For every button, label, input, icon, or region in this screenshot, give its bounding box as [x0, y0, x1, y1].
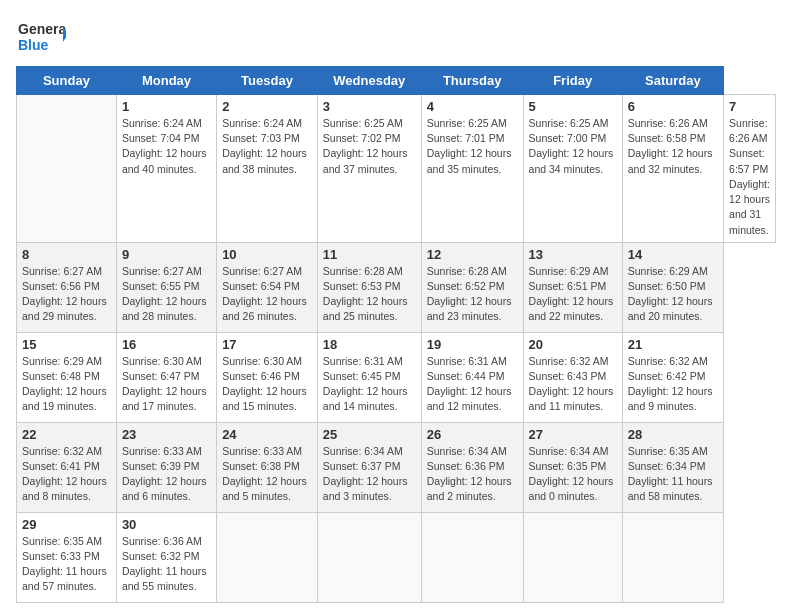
calendar-cell: 26Sunrise: 6:34 AMSunset: 6:36 PMDayligh…	[421, 422, 523, 512]
day-number: 15	[22, 337, 111, 352]
day-info: Sunrise: 6:34 AMSunset: 6:37 PMDaylight:…	[323, 444, 416, 505]
calendar-cell: 5Sunrise: 6:25 AMSunset: 7:00 PMDaylight…	[523, 95, 622, 243]
day-number: 23	[122, 427, 211, 442]
day-number: 14	[628, 247, 718, 262]
day-info: Sunrise: 6:33 AMSunset: 6:38 PMDaylight:…	[222, 444, 312, 505]
calendar-table: SundayMondayTuesdayWednesdayThursdayFrid…	[16, 66, 776, 603]
calendar-cell	[622, 512, 723, 602]
calendar-cell	[17, 95, 117, 243]
day-info: Sunrise: 6:27 AMSunset: 6:54 PMDaylight:…	[222, 264, 312, 325]
day-header-tuesday: Tuesday	[217, 67, 318, 95]
day-info: Sunrise: 6:27 AMSunset: 6:55 PMDaylight:…	[122, 264, 211, 325]
day-info: Sunrise: 6:34 AMSunset: 6:35 PMDaylight:…	[529, 444, 617, 505]
day-number: 10	[222, 247, 312, 262]
day-number: 13	[529, 247, 617, 262]
calendar-cell: 30Sunrise: 6:36 AMSunset: 6:32 PMDayligh…	[116, 512, 216, 602]
day-number: 30	[122, 517, 211, 532]
calendar-cell: 14Sunrise: 6:29 AMSunset: 6:50 PMDayligh…	[622, 242, 723, 332]
day-info: Sunrise: 6:35 AMSunset: 6:34 PMDaylight:…	[628, 444, 718, 505]
day-number: 4	[427, 99, 518, 114]
day-info: Sunrise: 6:29 AMSunset: 6:48 PMDaylight:…	[22, 354, 111, 415]
day-header-saturday: Saturday	[622, 67, 723, 95]
calendar-cell: 23Sunrise: 6:33 AMSunset: 6:39 PMDayligh…	[116, 422, 216, 512]
calendar-cell: 3Sunrise: 6:25 AMSunset: 7:02 PMDaylight…	[317, 95, 421, 243]
calendar-cell: 24Sunrise: 6:33 AMSunset: 6:38 PMDayligh…	[217, 422, 318, 512]
calendar-cell: 10Sunrise: 6:27 AMSunset: 6:54 PMDayligh…	[217, 242, 318, 332]
calendar-cell: 29Sunrise: 6:35 AMSunset: 6:33 PMDayligh…	[17, 512, 117, 602]
day-info: Sunrise: 6:31 AMSunset: 6:44 PMDaylight:…	[427, 354, 518, 415]
day-info: Sunrise: 6:25 AMSunset: 7:00 PMDaylight:…	[529, 116, 617, 177]
calendar-cell: 4Sunrise: 6:25 AMSunset: 7:01 PMDaylight…	[421, 95, 523, 243]
day-info: Sunrise: 6:30 AMSunset: 6:46 PMDaylight:…	[222, 354, 312, 415]
day-info: Sunrise: 6:33 AMSunset: 6:39 PMDaylight:…	[122, 444, 211, 505]
svg-text:General: General	[18, 21, 66, 37]
day-header-monday: Monday	[116, 67, 216, 95]
calendar-cell	[317, 512, 421, 602]
calendar-week-row: 8Sunrise: 6:27 AMSunset: 6:56 PMDaylight…	[17, 242, 776, 332]
day-number: 2	[222, 99, 312, 114]
day-info: Sunrise: 6:25 AMSunset: 7:02 PMDaylight:…	[323, 116, 416, 177]
calendar-cell	[421, 512, 523, 602]
day-number: 22	[22, 427, 111, 442]
calendar-week-row: 1Sunrise: 6:24 AMSunset: 7:04 PMDaylight…	[17, 95, 776, 243]
day-info: Sunrise: 6:27 AMSunset: 6:56 PMDaylight:…	[22, 264, 111, 325]
day-number: 19	[427, 337, 518, 352]
calendar-cell: 9Sunrise: 6:27 AMSunset: 6:55 PMDaylight…	[116, 242, 216, 332]
calendar-week-row: 29Sunrise: 6:35 AMSunset: 6:33 PMDayligh…	[17, 512, 776, 602]
day-info: Sunrise: 6:34 AMSunset: 6:36 PMDaylight:…	[427, 444, 518, 505]
day-number: 6	[628, 99, 718, 114]
day-number: 16	[122, 337, 211, 352]
day-number: 8	[22, 247, 111, 262]
calendar-week-row: 22Sunrise: 6:32 AMSunset: 6:41 PMDayligh…	[17, 422, 776, 512]
calendar-cell: 22Sunrise: 6:32 AMSunset: 6:41 PMDayligh…	[17, 422, 117, 512]
day-number: 12	[427, 247, 518, 262]
calendar-cell	[523, 512, 622, 602]
day-number: 25	[323, 427, 416, 442]
day-number: 5	[529, 99, 617, 114]
calendar-cell: 6Sunrise: 6:26 AMSunset: 6:58 PMDaylight…	[622, 95, 723, 243]
calendar-week-row: 15Sunrise: 6:29 AMSunset: 6:48 PMDayligh…	[17, 332, 776, 422]
day-header-sunday: Sunday	[17, 67, 117, 95]
day-info: Sunrise: 6:32 AMSunset: 6:43 PMDaylight:…	[529, 354, 617, 415]
day-info: Sunrise: 6:24 AMSunset: 7:04 PMDaylight:…	[122, 116, 211, 177]
calendar-cell: 2Sunrise: 6:24 AMSunset: 7:03 PMDaylight…	[217, 95, 318, 243]
day-info: Sunrise: 6:32 AMSunset: 6:41 PMDaylight:…	[22, 444, 111, 505]
svg-text:Blue: Blue	[18, 37, 49, 53]
day-info: Sunrise: 6:24 AMSunset: 7:03 PMDaylight:…	[222, 116, 312, 177]
calendar-cell: 25Sunrise: 6:34 AMSunset: 6:37 PMDayligh…	[317, 422, 421, 512]
day-info: Sunrise: 6:36 AMSunset: 6:32 PMDaylight:…	[122, 534, 211, 595]
day-header-wednesday: Wednesday	[317, 67, 421, 95]
day-number: 9	[122, 247, 211, 262]
calendar-cell: 18Sunrise: 6:31 AMSunset: 6:45 PMDayligh…	[317, 332, 421, 422]
day-number: 1	[122, 99, 211, 114]
day-number: 29	[22, 517, 111, 532]
day-number: 7	[729, 99, 770, 114]
calendar-cell: 1Sunrise: 6:24 AMSunset: 7:04 PMDaylight…	[116, 95, 216, 243]
logo: General Blue	[16, 16, 66, 56]
calendar-cell: 21Sunrise: 6:32 AMSunset: 6:42 PMDayligh…	[622, 332, 723, 422]
calendar-cell: 16Sunrise: 6:30 AMSunset: 6:47 PMDayligh…	[116, 332, 216, 422]
calendar-header-row: SundayMondayTuesdayWednesdayThursdayFrid…	[17, 67, 776, 95]
day-number: 18	[323, 337, 416, 352]
day-number: 3	[323, 99, 416, 114]
calendar-cell: 20Sunrise: 6:32 AMSunset: 6:43 PMDayligh…	[523, 332, 622, 422]
day-info: Sunrise: 6:32 AMSunset: 6:42 PMDaylight:…	[628, 354, 718, 415]
day-number: 21	[628, 337, 718, 352]
calendar-cell	[217, 512, 318, 602]
day-header-friday: Friday	[523, 67, 622, 95]
calendar-cell: 17Sunrise: 6:30 AMSunset: 6:46 PMDayligh…	[217, 332, 318, 422]
day-info: Sunrise: 6:25 AMSunset: 7:01 PMDaylight:…	[427, 116, 518, 177]
calendar-cell: 8Sunrise: 6:27 AMSunset: 6:56 PMDaylight…	[17, 242, 117, 332]
page-header: General Blue	[16, 16, 776, 56]
day-number: 20	[529, 337, 617, 352]
day-number: 26	[427, 427, 518, 442]
calendar-cell: 13Sunrise: 6:29 AMSunset: 6:51 PMDayligh…	[523, 242, 622, 332]
calendar-cell: 7Sunrise: 6:26 AMSunset: 6:57 PMDaylight…	[724, 95, 776, 243]
calendar-cell: 15Sunrise: 6:29 AMSunset: 6:48 PMDayligh…	[17, 332, 117, 422]
day-number: 17	[222, 337, 312, 352]
calendar-cell: 27Sunrise: 6:34 AMSunset: 6:35 PMDayligh…	[523, 422, 622, 512]
logo-svg: General Blue	[16, 16, 66, 56]
day-header-thursday: Thursday	[421, 67, 523, 95]
day-number: 28	[628, 427, 718, 442]
day-info: Sunrise: 6:26 AMSunset: 6:58 PMDaylight:…	[628, 116, 718, 177]
